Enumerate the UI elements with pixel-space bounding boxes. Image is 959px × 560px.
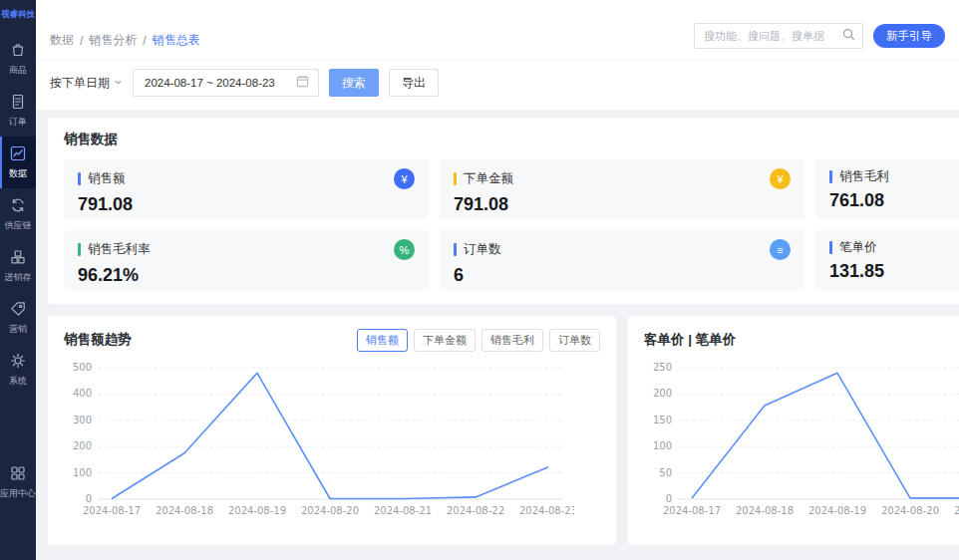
stat-value: 761.08	[829, 190, 959, 211]
svg-text:2024-08-18: 2024-08-18	[736, 505, 794, 516]
data-chart-icon	[9, 144, 27, 164]
sidebar: 视睿科技 商品 订单 数据 供应链 进销存 营销 系统	[0, 0, 36, 560]
chevron-down-icon	[114, 76, 123, 90]
search-button[interactable]: 搜索	[329, 69, 379, 97]
order-count-icon: ≡	[770, 239, 791, 260]
goods-icon	[9, 41, 27, 61]
filter-bar: 按下单日期 搜索 导出	[36, 60, 959, 110]
stat-value: 131.85	[829, 261, 959, 282]
svg-text:500: 500	[73, 362, 92, 373]
breadcrumb-root[interactable]: 数据	[50, 32, 74, 49]
stat-tile-order-count: 订单数 ≡ 6	[440, 230, 804, 290]
sidebar-item-label: 供应链	[5, 219, 32, 232]
svg-text:2024-08-17: 2024-08-17	[83, 505, 141, 516]
tab-gross-profit[interactable]: 销售毛利	[481, 329, 543, 352]
stat-label: 笔单价	[839, 239, 877, 256]
sidebar-item-label: 数据	[9, 167, 27, 180]
sidebar-item-inventory[interactable]: 进销存	[0, 240, 36, 292]
trend-metric-tabs: 销售额 下单金额 销售毛利 订单数	[357, 329, 600, 352]
coin-icon: ¥	[770, 168, 791, 189]
content-area: 销售数据 销售额 ¥ 791.08 下单金额 ¥ 7	[36, 110, 959, 560]
svg-text:150: 150	[653, 415, 672, 425]
inventory-boxes-icon	[9, 248, 27, 268]
tab-order-amount[interactable]: 下单金额	[414, 329, 476, 352]
sidebar-item-app-center[interactable]: 应用中心	[0, 456, 36, 508]
orders-icon	[9, 93, 27, 113]
svg-text:2024-08-21: 2024-08-21	[954, 505, 959, 516]
app-center-grid-icon	[9, 464, 27, 484]
stat-value: 6	[454, 265, 791, 286]
sidebar-item-label: 订单	[9, 116, 27, 129]
date-range-input[interactable]	[143, 76, 288, 90]
sales-trend-card: 销售额趋势 销售额 下单金额 销售毛利 订单数 0100200300400500…	[48, 316, 616, 545]
svg-text:400: 400	[73, 388, 92, 399]
accent-bar	[78, 172, 81, 185]
system-gear-icon	[9, 352, 27, 372]
breadcrumb-separator: /	[80, 34, 83, 48]
global-search-input[interactable]	[702, 29, 842, 43]
brand-logo: 视睿科技	[1, 0, 35, 33]
search-icon[interactable]	[842, 27, 855, 45]
svg-text:250: 250	[653, 362, 672, 373]
svg-text:0: 0	[86, 493, 92, 504]
sidebar-item-label: 营销	[9, 323, 27, 336]
svg-text:2024-08-19: 2024-08-19	[228, 505, 286, 516]
accent-bar	[454, 172, 457, 185]
svg-text:0: 0	[666, 493, 672, 504]
yuan-icon: ¥	[394, 168, 415, 189]
svg-text:2024-08-23: 2024-08-23	[519, 505, 574, 516]
sidebar-item-data[interactable]: 数据	[0, 137, 36, 188]
accent-bar	[454, 243, 457, 256]
chart-title: 客单价 | 笔单价	[644, 331, 736, 349]
sales-data-card: 销售数据 销售额 ¥ 791.08 下单金额 ¥ 7	[48, 118, 959, 304]
topbar-right: 新手引导	[694, 23, 945, 49]
stat-tile-order-amount: 下单金额 ¥ 791.08	[440, 159, 804, 219]
beginner-guide-button[interactable]: 新手引导	[873, 24, 945, 48]
sidebar-item-label: 系统	[9, 375, 27, 388]
avg-order-value-card: 客单价 | 笔单价 0501001502002502024-08-172024-…	[628, 316, 959, 545]
sidebar-item-goods[interactable]: 商品	[0, 33, 36, 85]
stat-tile-avg-order-value: 笔单价 131.85	[815, 230, 959, 290]
svg-text:200: 200	[653, 388, 672, 399]
main-area: 数据 / 销售分析 / 销售总表 新手引导 按下单日期	[36, 0, 959, 560]
svg-text:200: 200	[73, 440, 92, 451]
svg-text:2024-08-19: 2024-08-19	[808, 505, 866, 516]
svg-text:2024-08-22: 2024-08-22	[447, 505, 504, 516]
svg-text:2024-08-21: 2024-08-21	[374, 505, 432, 516]
stat-tile-gross-margin: 销售毛利率 % 96.21%	[64, 230, 429, 290]
breadcrumb-section[interactable]: 销售分析	[89, 32, 137, 49]
calendar-icon[interactable]	[296, 74, 309, 92]
top-bar: 数据 / 销售分析 / 销售总表 新手引导	[36, 0, 959, 60]
tab-sales-amount[interactable]: 销售额	[357, 329, 408, 352]
accent-bar	[829, 170, 832, 183]
stat-label: 订单数	[464, 241, 501, 258]
sidebar-item-supply-chain[interactable]: 供应链	[0, 188, 36, 240]
tab-order-count[interactable]: 订单数	[549, 329, 600, 352]
sidebar-item-marketing[interactable]: 营销	[0, 292, 36, 344]
svg-text:50: 50	[659, 467, 672, 478]
sidebar-item-orders[interactable]: 订单	[0, 85, 36, 137]
export-button[interactable]: 导出	[389, 69, 439, 97]
page: 视睿科技 商品 订单 数据 供应链 进销存 营销 系统	[0, 0, 959, 560]
date-type-dropdown[interactable]: 按下单日期	[50, 75, 123, 92]
stat-value: 96.21%	[78, 265, 415, 286]
svg-text:2024-08-20: 2024-08-20	[301, 505, 359, 516]
charts-row: 销售额趋势 销售额 下单金额 销售毛利 订单数 0100200300400500…	[48, 316, 959, 545]
svg-text:2024-08-17: 2024-08-17	[663, 505, 721, 516]
svg-text:2024-08-20: 2024-08-20	[881, 505, 939, 516]
date-type-label: 按下单日期	[50, 75, 110, 92]
card-title: 销售数据	[64, 131, 959, 148]
breadcrumb-separator: /	[143, 34, 146, 48]
sidebar-item-label: 进销存	[5, 271, 32, 284]
supply-chain-icon	[9, 196, 27, 216]
stat-tile-sales-amount: 销售额 ¥ 791.08	[64, 159, 429, 219]
stat-value: 791.08	[78, 194, 415, 215]
sidebar-item-label: 应用中心	[0, 487, 36, 500]
sales-trend-line-chart: 01002003004005002024-08-172024-08-182024…	[64, 360, 574, 521]
chart-title: 销售额趋势	[64, 331, 132, 349]
sidebar-item-label: 商品	[9, 64, 27, 77]
stat-label: 销售毛利率	[88, 241, 151, 258]
svg-text:300: 300	[73, 415, 92, 425]
date-range-picker	[133, 69, 319, 97]
sidebar-item-system[interactable]: 系统	[0, 344, 36, 396]
